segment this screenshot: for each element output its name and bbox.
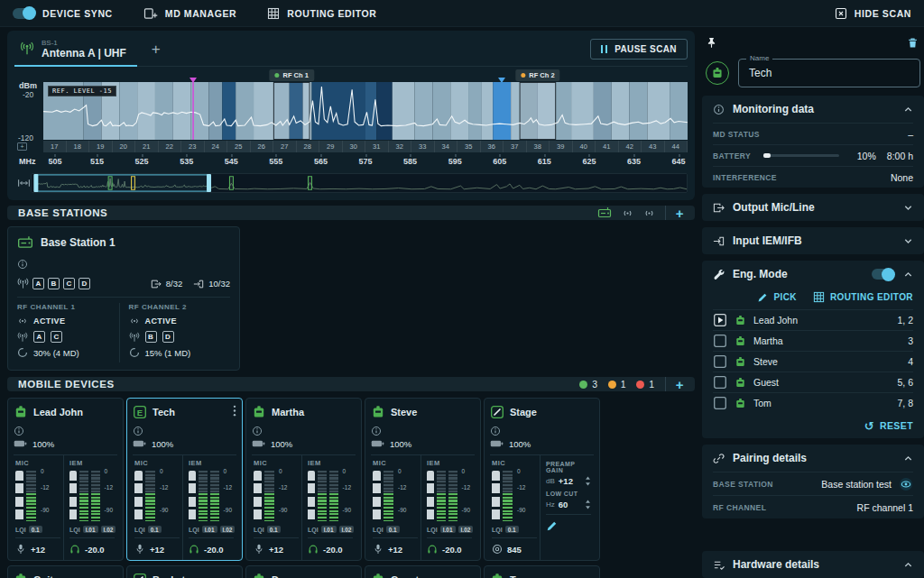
info-icon[interactable] — [490, 426, 501, 436]
stepper-icon[interactable] — [585, 499, 591, 510]
chevron-down-icon[interactable] — [903, 203, 913, 213]
mic-icon — [373, 544, 383, 555]
delete-icon[interactable] — [907, 37, 919, 49]
reset-button[interactable]: ↺ RESET — [713, 413, 913, 438]
info-icon[interactable] — [252, 426, 263, 436]
pairing-header[interactable]: Pairing details — [713, 445, 913, 472]
info-icon[interactable] — [133, 426, 143, 436]
pin-icon[interactable] — [706, 37, 717, 49]
play-button[interactable] — [713, 313, 727, 327]
checkbox[interactable] — [713, 334, 727, 348]
tv-channel-19: 19 — [89, 141, 113, 152]
mic-fader[interactable] — [254, 471, 262, 521]
iem-fader[interactable] — [427, 471, 434, 521]
md-manager-button[interactable]: MD MANAGER — [143, 6, 237, 21]
minimap-marker[interactable] — [309, 177, 312, 190]
edit-icon[interactable] — [546, 520, 558, 532]
spectrum-minimap[interactable] — [31, 173, 688, 193]
svg-text:E: E — [137, 408, 143, 417]
device-name: Guitar — [33, 574, 62, 578]
device-card-drum[interactable]: Drum — [245, 565, 362, 578]
mic-fader[interactable] — [134, 471, 143, 521]
hardware-header[interactable]: Hardware details — [713, 551, 913, 578]
base-station-card[interactable]: Base Station 1 ABCD 8/32 10/32 — [7, 226, 240, 371]
rf-ch-1-flag[interactable]: RF Ch 1 — [270, 69, 314, 81]
iem-fader[interactable] — [308, 471, 315, 521]
eye-icon[interactable] — [899, 477, 913, 491]
mic-fader[interactable] — [373, 471, 381, 521]
rf-signal-icon-2[interactable] — [643, 207, 655, 219]
add-scan-tab-button[interactable]: + — [152, 41, 161, 59]
spectrum-plot[interactable]: REF. LEVEL -15 — [43, 82, 688, 140]
minimap-selection[interactable] — [35, 175, 208, 191]
add-base-station-button[interactable]: + — [676, 206, 684, 220]
mic-fader[interactable] — [492, 471, 500, 521]
rf-signal-icon-1[interactable] — [622, 207, 633, 219]
routing-editor-link[interactable]: ROUTING EDITOR — [813, 291, 913, 303]
input-header[interactable]: Input IEM/IFB — [713, 227, 913, 254]
rf-channel-2-region[interactable] — [520, 83, 556, 140]
battery-value: 100% — [390, 439, 411, 449]
device-card-lead-john[interactable]: Lead John 100% MIC 0-12-90 LQI0.1 +12 IE… — [7, 398, 124, 561]
mic-value: +12 — [269, 545, 283, 555]
minimap-handle-left[interactable] — [33, 174, 38, 192]
eng-mode-toggle[interactable] — [872, 269, 894, 280]
minimap-marker[interactable] — [229, 177, 233, 190]
device-card-tech[interactable]: ETech 100% MIC 0-12-90 LQI0.1 +12 IEM 0-… — [126, 398, 243, 561]
device-sync-toggle-item[interactable]: DEVICE SYNC — [13, 8, 113, 19]
eng-mode-header[interactable]: Eng. Mode — [713, 261, 913, 288]
checkbox[interactable] — [713, 375, 727, 390]
name-input[interactable]: Name Tech — [738, 59, 920, 87]
antenna-icon — [17, 332, 28, 343]
device-card-backstage[interactable]: Backstage — [126, 565, 243, 578]
zoom-reset-icon[interactable]: + — [17, 142, 27, 151]
rf-channel-1-region[interactable] — [273, 83, 310, 140]
tab-antenna-a[interactable]: BS-1 Antenna A | UHF — [14, 32, 137, 67]
base-stations-bar: BASE STATIONS + — [7, 206, 695, 220]
chevron-up-icon[interactable] — [903, 105, 913, 115]
card-menu-icon[interactable] — [233, 405, 236, 417]
device-card-stage[interactable]: Stage 100% MIC 0-12-90 LQI0.1 845 PREAMP… — [484, 398, 600, 561]
device-card-guitar[interactable]: Guitar — [7, 565, 124, 578]
iem-level-meter — [437, 471, 446, 521]
base-station-icon[interactable] — [597, 206, 612, 220]
antenna-chip-B: B — [145, 331, 157, 343]
device-name: Tom — [753, 398, 772, 408]
meter-scale: 0-12-90 — [341, 471, 353, 521]
mobile-device-cards-row-2: Guitar Backstage Drum Guest Tom — [7, 565, 695, 578]
info-icon[interactable] — [14, 426, 24, 436]
monitoring-header[interactable]: Monitoring data — [713, 96, 913, 123]
routing-editor-button[interactable]: ROUTING EDITOR — [267, 7, 376, 20]
iem-fader[interactable] — [69, 471, 77, 521]
eng-device-row-steve[interactable]: Steve 4 — [713, 351, 913, 372]
eng-device-row-martha[interactable]: Martha 3 — [713, 330, 913, 351]
chevron-up-icon[interactable] — [903, 454, 913, 463]
chevron-up-icon[interactable] — [903, 270, 913, 280]
info-icon[interactable] — [371, 426, 382, 436]
output-header[interactable]: Output Mic/Line — [713, 194, 913, 221]
info-icon[interactable] — [17, 259, 28, 270]
hide-scan-button[interactable]: HIDE SCAN — [835, 7, 911, 20]
mic-fader[interactable] — [15, 471, 23, 521]
pause-scan-button[interactable]: PAUSE SCAN — [590, 39, 688, 60]
stepper-icon[interactable] — [585, 475, 591, 487]
checkbox[interactable] — [713, 396, 727, 410]
device-card-guest[interactable]: Guest — [365, 565, 481, 578]
eng-device-row-tom[interactable]: Tom 7, 8 — [713, 392, 913, 413]
minimap-handle-right[interactable] — [207, 174, 211, 192]
pick-button[interactable]: PICK — [757, 291, 797, 303]
iem-fader[interactable] — [189, 471, 196, 521]
chevron-up-icon[interactable] — [903, 560, 913, 570]
chevron-down-icon[interactable] — [903, 236, 913, 246]
eng-device-row-guest[interactable]: Guest 5, 6 — [713, 372, 913, 392]
eng-device-row-lead-john[interactable]: Lead John 1, 2 — [713, 309, 913, 330]
rf-ch-2-flag[interactable]: RF Ch 2 — [515, 69, 559, 81]
device-sync-toggle[interactable] — [13, 8, 35, 19]
device-card-steve[interactable]: Steve 100% MIC 0-12-90 LQI0.1 +12 IEM 0-… — [365, 398, 481, 561]
add-mobile-device-button[interactable]: + — [676, 378, 684, 391]
checkbox[interactable] — [713, 354, 727, 369]
tv-channel-36: 36 — [481, 141, 504, 152]
lqi-badge: I.02 — [220, 526, 236, 533]
device-card-tom[interactable]: Tom — [484, 565, 600, 578]
device-card-martha[interactable]: Martha 100% MIC 0-12-90 LQI0.1 +12 IEM 0… — [245, 398, 362, 561]
